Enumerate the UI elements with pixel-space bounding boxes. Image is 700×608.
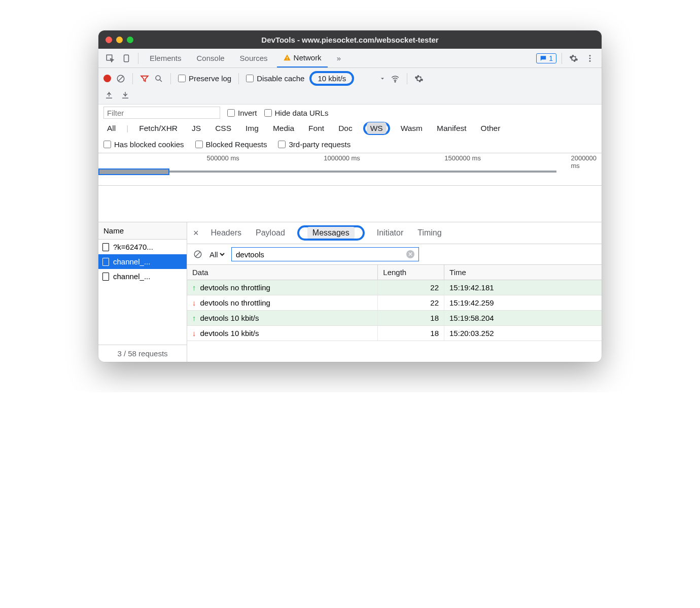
tab-payload[interactable]: Payload xyxy=(254,226,287,240)
device-toolbar-icon[interactable] xyxy=(120,52,133,65)
message-row[interactable]: devtools 10 kbit/s1815:20:03.252 xyxy=(187,326,602,341)
col-length[interactable]: Length xyxy=(378,265,444,280)
third-party-input[interactable] xyxy=(278,141,286,148)
timeline-selection[interactable] xyxy=(98,168,169,175)
tab-overflow[interactable]: » xyxy=(331,49,347,67)
message-icon xyxy=(540,55,547,62)
request-row[interactable]: channel_... xyxy=(98,254,187,269)
type-wasm[interactable]: Wasm xyxy=(397,122,426,134)
invert-input[interactable] xyxy=(227,109,235,117)
message-time: 15:20:03.252 xyxy=(444,326,602,341)
search-icon[interactable] xyxy=(154,74,163,83)
message-search: ✕ xyxy=(231,247,419,261)
timeline-tick: 500000 ms xyxy=(206,154,239,162)
filter-input[interactable] xyxy=(103,107,220,119)
tab-messages[interactable]: Messages xyxy=(307,227,355,239)
message-data: devtools no throttling xyxy=(187,295,378,311)
export-har-icon[interactable] xyxy=(121,91,130,100)
message-type-select[interactable]: All xyxy=(207,250,226,259)
network-toolbar: Preserve log Disable cache 10 kbit/s xyxy=(98,68,602,89)
type-doc[interactable]: Doc xyxy=(335,122,356,134)
request-detail: × Headers Payload Messages Initiator Tim… xyxy=(187,222,602,362)
hide-data-urls-checkbox[interactable]: Hide data URLs xyxy=(264,109,329,117)
clear-messages-icon[interactable] xyxy=(193,250,202,259)
har-controls xyxy=(98,89,602,104)
disable-cache-checkbox[interactable]: Disable cache xyxy=(246,74,304,83)
overflow-label: » xyxy=(337,54,341,62)
blocked-requests-checkbox[interactable]: Blocked Requests xyxy=(195,140,267,149)
issues-badge[interactable]: 1 xyxy=(536,53,556,63)
type-css[interactable]: CSS xyxy=(212,122,235,134)
throttle-dropdown-icon[interactable] xyxy=(379,76,386,82)
separator xyxy=(138,53,138,64)
timeline-tick: 1500000 ms xyxy=(444,154,481,162)
separator xyxy=(562,53,562,64)
tab-messages-highlight: Messages xyxy=(297,225,365,241)
tab-network[interactable]: Network xyxy=(277,49,328,67)
close-detail-icon[interactable]: × xyxy=(193,228,199,239)
type-fetch-xhr[interactable]: Fetch/XHR xyxy=(135,122,181,134)
col-data[interactable]: Data xyxy=(187,265,378,280)
type-js[interactable]: JS xyxy=(188,122,204,134)
blocked-cookies-input[interactable] xyxy=(103,141,111,148)
svg-point-9 xyxy=(156,76,160,80)
message-length: 22 xyxy=(378,295,444,311)
svg-point-11 xyxy=(395,81,396,82)
tab-sources[interactable]: Sources xyxy=(234,49,274,67)
separator xyxy=(407,73,407,84)
type-font[interactable]: Font xyxy=(305,122,328,134)
request-row[interactable]: ?k=62470... xyxy=(98,240,187,254)
traffic-lights xyxy=(106,37,133,43)
tab-headers[interactable]: Headers xyxy=(209,226,243,240)
minimize-window-button[interactable] xyxy=(116,37,123,43)
more-menu-icon[interactable] xyxy=(583,52,597,65)
message-row[interactable]: devtools no throttling2215:19:42.181 xyxy=(187,280,602,295)
type-media[interactable]: Media xyxy=(269,122,298,134)
invert-checkbox[interactable]: Invert xyxy=(227,109,257,117)
disable-cache-input[interactable] xyxy=(246,75,254,82)
type-ws-highlight: WS xyxy=(363,122,390,135)
type-other[interactable]: Other xyxy=(477,122,504,134)
hide-data-urls-input[interactable] xyxy=(264,109,272,117)
blocked-cookies-checkbox[interactable]: Has blocked cookies xyxy=(103,140,184,149)
third-party-checkbox[interactable]: 3rd-party requests xyxy=(278,140,351,149)
type-manifest[interactable]: Manifest xyxy=(433,122,470,134)
document-icon xyxy=(102,243,109,251)
type-ws[interactable]: WS xyxy=(367,122,387,134)
overview-timeline[interactable]: 500000 ms 1000000 ms 1500000 ms 2000000 … xyxy=(98,153,602,186)
svg-point-5 xyxy=(589,57,591,59)
maximize-window-button[interactable] xyxy=(127,37,133,43)
tab-label: Elements xyxy=(150,54,182,62)
record-button[interactable] xyxy=(103,75,111,82)
message-search-input[interactable] xyxy=(236,250,402,259)
tab-console[interactable]: Console xyxy=(191,49,231,67)
tab-timing[interactable]: Timing xyxy=(415,226,443,240)
blocked-requests-input[interactable] xyxy=(195,141,203,148)
tab-elements[interactable]: Elements xyxy=(144,49,188,67)
request-row[interactable]: channel_... xyxy=(98,269,187,284)
close-window-button[interactable] xyxy=(106,37,112,43)
devtools-window: DevTools - www.piesocket.com/websocket-t… xyxy=(98,30,602,362)
type-img[interactable]: Img xyxy=(242,122,262,134)
preserve-log-checkbox[interactable]: Preserve log xyxy=(178,74,231,83)
filter-toggle-icon[interactable] xyxy=(140,74,149,83)
network-conditions-icon[interactable] xyxy=(391,74,400,83)
disable-cache-label: Disable cache xyxy=(257,74,304,83)
tab-initiator[interactable]: Initiator xyxy=(375,226,405,240)
col-time[interactable]: Time xyxy=(444,265,602,280)
request-list: Name ?k=62470... channel_... channel_...… xyxy=(98,222,187,362)
type-all[interactable]: All xyxy=(103,122,119,134)
clear-button[interactable] xyxy=(116,74,125,83)
svg-line-10 xyxy=(160,80,162,82)
settings-icon[interactable] xyxy=(567,52,580,65)
preserve-log-input[interactable] xyxy=(178,75,186,82)
message-row[interactable]: devtools no throttling2215:19:42.259 xyxy=(187,295,602,311)
clear-search-icon[interactable]: ✕ xyxy=(406,250,414,258)
import-har-icon[interactable] xyxy=(104,91,114,100)
request-label: channel_... xyxy=(113,272,150,281)
throttling-preset[interactable]: 10 kbit/s xyxy=(309,71,354,86)
message-row[interactable]: devtools 10 kbit/s1815:19:58.204 xyxy=(187,311,602,326)
network-settings-icon[interactable] xyxy=(414,74,424,83)
separator xyxy=(170,73,171,84)
inspect-element-icon[interactable] xyxy=(103,52,117,65)
